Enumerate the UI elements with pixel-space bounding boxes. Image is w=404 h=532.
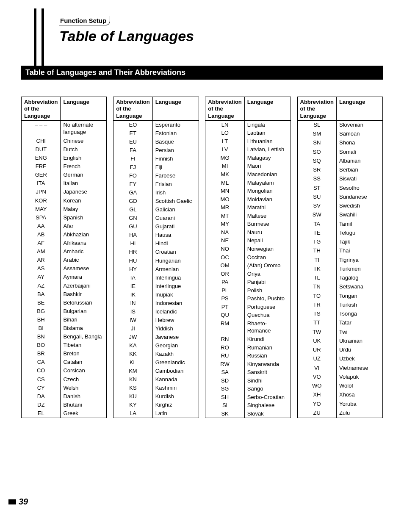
cell-abbr: KN — [113, 375, 152, 384]
cell-abbr: VO — [297, 373, 336, 382]
table-row: CSCzech — [22, 375, 107, 384]
table-row: IKInupiak — [113, 291, 199, 299]
cell-abbr: UK — [297, 337, 336, 346]
table-row: SASanskrit — [205, 368, 291, 377]
cell-lang: Hebrew — [152, 316, 199, 324]
table-row: PLPolish — [205, 286, 291, 295]
cell-abbr: BG — [22, 307, 61, 316]
cell-lang: Hindi — [152, 239, 199, 248]
table-row: RNKirundi — [205, 335, 291, 344]
cell-lang: Norwegian — [244, 245, 291, 253]
table-row: SVSwedish — [297, 202, 382, 211]
table-row: YOYoruba — [297, 400, 382, 409]
table-row: EUBasque — [113, 138, 199, 146]
table-row: SOSomali — [297, 148, 382, 157]
cell-abbr: BO — [22, 341, 61, 349]
cell-abbr: UR — [297, 346, 336, 355]
table-row: BEBelorussian — [22, 299, 107, 307]
cell-abbr: IA — [113, 274, 152, 282]
table-row: DZBhutani — [22, 401, 107, 409]
cell-lang: Kirghiz — [152, 401, 199, 409]
table-row: KMCambodian — [113, 367, 199, 375]
table-row: OM(Afan) Oromo — [205, 261, 291, 270]
cell-abbr: NE — [205, 236, 244, 245]
cell-lang: Nauru — [244, 228, 291, 237]
table-row: BNBengali, Bangla — [22, 332, 107, 341]
cell-abbr: GD — [113, 197, 152, 205]
cell-abbr: GU — [113, 222, 152, 231]
table-row: HIHindi — [113, 239, 199, 248]
cell-lang: Russian — [244, 352, 291, 360]
cell-lang: Telugu — [336, 229, 382, 238]
cell-lang: Sundanese — [336, 193, 382, 202]
table-row: VOVolapük — [297, 373, 382, 382]
table-row: XHXhosa — [297, 391, 382, 399]
cell-lang: Kurdish — [152, 392, 199, 401]
cell-lang: (Afan) Oromo — [244, 261, 291, 270]
section-tab: Function Setup — [59, 16, 110, 25]
cell-lang: Vietnamese — [336, 364, 382, 373]
cell-lang: Tamil — [336, 220, 382, 229]
cell-lang: Tigrinya — [336, 256, 382, 265]
cell-lang: Bihari — [61, 316, 107, 324]
cell-lang: Czech — [61, 375, 107, 384]
table-row: KUKurdish — [113, 392, 199, 401]
cell-abbr: OC — [205, 253, 244, 262]
cell-abbr: SH — [205, 393, 244, 402]
cell-lang: Serbian — [336, 166, 382, 175]
table-row: MNMongolian — [205, 187, 291, 195]
cell-lang: Samoan — [336, 130, 382, 139]
table-row: CHIChinese — [22, 137, 107, 145]
table-row: RURussian — [205, 352, 291, 360]
cell-abbr: TE — [297, 229, 336, 238]
cell-abbr: AB — [22, 230, 61, 239]
cell-abbr: ET — [113, 129, 152, 138]
cell-lang: French — [61, 162, 107, 171]
cell-abbr: FRE — [22, 162, 61, 171]
cell-abbr: BI — [22, 324, 61, 332]
cell-lang: Armenian — [152, 265, 199, 274]
cell-abbr: AR — [22, 256, 61, 264]
cell-abbr: SV — [297, 202, 336, 211]
table-row: UKUkrainian — [297, 337, 382, 346]
table-row: TRTurkish — [297, 301, 382, 310]
cell-lang: Estonian — [152, 129, 199, 138]
cell-abbr: SU — [297, 193, 336, 202]
cell-abbr: JPN — [22, 188, 61, 196]
cell-lang: Kashmiri — [152, 384, 199, 392]
cell-abbr: TN — [297, 283, 336, 291]
cell-lang: Kannada — [152, 375, 199, 384]
cell-abbr: TK — [297, 265, 336, 274]
table-row: INIndonesian — [113, 299, 199, 308]
cell-lang: Burmese — [244, 220, 291, 228]
cell-abbr: EO — [113, 120, 152, 129]
table-row: ABAbkhazian — [22, 230, 107, 239]
table-row: CACatalan — [22, 358, 107, 366]
cell-lang: Frisian — [152, 180, 199, 188]
cell-lang: Rhaeto-Romance — [244, 319, 291, 335]
cell-abbr: ENG — [22, 154, 61, 162]
cell-abbr: HA — [113, 231, 152, 239]
table-row: AMAmharic — [22, 247, 107, 256]
table-row: NONorwegian — [205, 245, 291, 253]
table-row: TITigrinya — [297, 256, 382, 265]
cell-lang: Siswati — [336, 175, 382, 183]
table-row: AFAfrikaans — [22, 239, 107, 247]
cell-abbr: TG — [297, 238, 336, 247]
cell-lang: Kirundi — [244, 335, 291, 344]
cell-lang: Yoruba — [336, 400, 382, 409]
table-row: MOMoldavian — [205, 195, 291, 204]
cell-abbr: SD — [205, 377, 244, 385]
table-row: – – –No alternate language — [22, 120, 107, 137]
cell-abbr: TS — [297, 310, 336, 319]
cell-lang: Tajik — [336, 238, 382, 247]
cell-lang: Shona — [336, 139, 382, 147]
table-row: FREFrench — [22, 162, 107, 171]
cell-abbr: KM — [113, 367, 152, 375]
cell-lang: Aymara — [61, 273, 107, 281]
table-row: OCOccitan — [205, 253, 291, 262]
cell-lang: Twi — [336, 328, 382, 337]
table-row: TATamil — [297, 220, 382, 229]
cell-abbr: ST — [297, 184, 336, 193]
table-row: TSTsonga — [297, 310, 382, 319]
